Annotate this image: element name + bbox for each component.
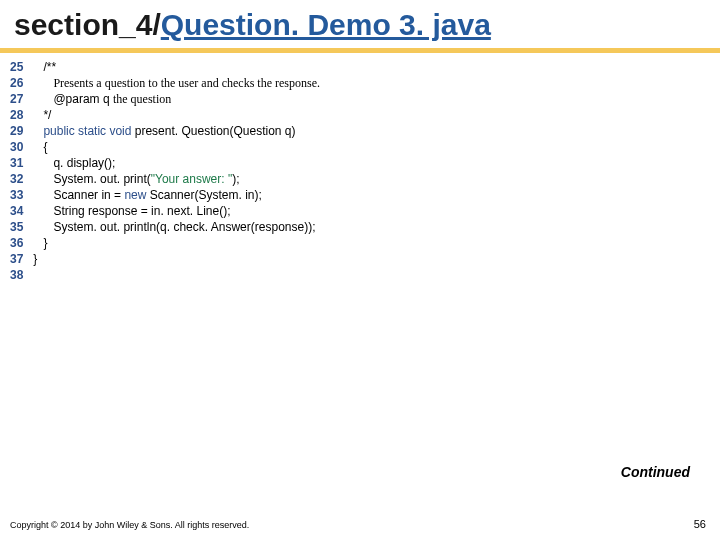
continued-label: Continued — [621, 464, 690, 480]
code-line: /** — [33, 59, 320, 75]
line-number: 28 — [10, 107, 23, 123]
line-number: 25 — [10, 59, 23, 75]
line-number: 27 — [10, 91, 23, 107]
code-line: System. out. println(q. check. Answer(re… — [33, 219, 320, 235]
title-filename-link[interactable]: Question. Demo 3. java — [161, 8, 491, 41]
code-line: } — [33, 251, 320, 267]
line-number: 30 — [10, 139, 23, 155]
code-line — [33, 267, 320, 283]
code-content: /** Presents a question to the user and … — [33, 59, 320, 283]
line-number: 35 — [10, 219, 23, 235]
page-title: section_4/Question. Demo 3. java — [14, 8, 706, 42]
code-line: q. display(); — [33, 155, 320, 171]
line-number: 36 — [10, 235, 23, 251]
line-number: 33 — [10, 187, 23, 203]
line-number: 38 — [10, 267, 23, 283]
line-number: 34 — [10, 203, 23, 219]
code-line: } — [33, 235, 320, 251]
code-line: Presents a question to the user and chec… — [33, 75, 320, 91]
code-line: */ — [33, 107, 320, 123]
line-number-gutter: 2526272829303132333435363738 — [10, 59, 33, 283]
line-number: 29 — [10, 123, 23, 139]
code-line: System. out. print("Your answer: "); — [33, 171, 320, 187]
code-block: 2526272829303132333435363738 /** Present… — [0, 53, 720, 283]
line-number: 37 — [10, 251, 23, 267]
code-line: String response = in. next. Line(); — [33, 203, 320, 219]
code-line: Scanner in = new Scanner(System. in); — [33, 187, 320, 203]
copyright-footer: Copyright © 2014 by John Wiley & Sons. A… — [10, 520, 249, 530]
code-line: public static void present. Question(Que… — [33, 123, 320, 139]
line-number: 31 — [10, 155, 23, 171]
page-number: 56 — [694, 518, 706, 530]
title-bar: section_4/Question. Demo 3. java — [0, 0, 720, 53]
line-number: 26 — [10, 75, 23, 91]
title-prefix: section_4/ — [14, 8, 161, 41]
code-line: { — [33, 139, 320, 155]
code-line: @param q the question — [33, 91, 320, 107]
line-number: 32 — [10, 171, 23, 187]
